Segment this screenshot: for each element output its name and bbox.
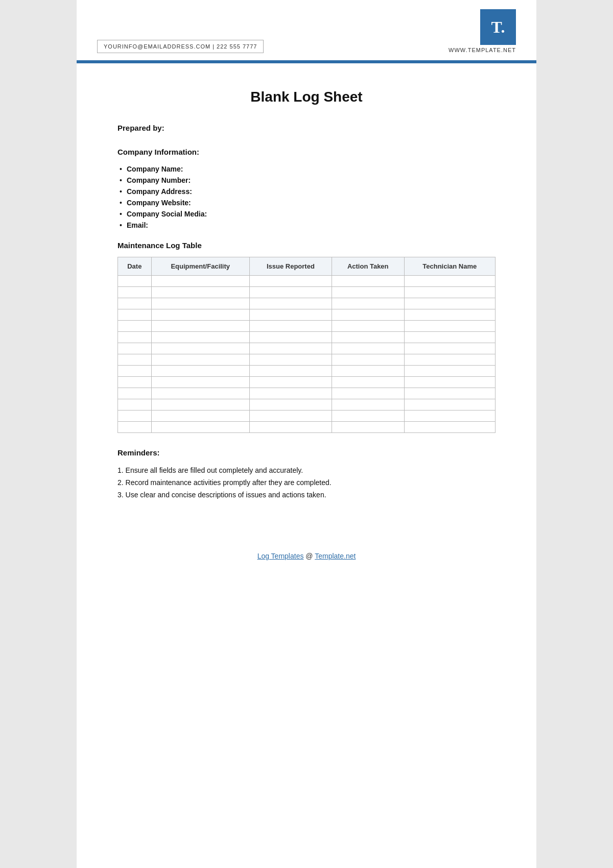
table-cell	[118, 309, 152, 321]
list-item: Company Address:	[117, 186, 496, 197]
list-item: Email:	[117, 220, 496, 231]
table-cell	[118, 276, 152, 287]
table-cell	[332, 332, 404, 343]
table-cell	[151, 399, 249, 411]
table-cell	[249, 422, 332, 433]
table-cell	[332, 422, 404, 433]
company-info-heading: Company Information:	[117, 148, 496, 156]
header: YOURINFO@EMAILADDRESS.COM | 222 555 7777…	[77, 0, 536, 53]
col-issue: Issue Reported	[249, 257, 332, 276]
table-cell	[249, 298, 332, 309]
table-row	[118, 276, 496, 287]
table-cell	[151, 354, 249, 366]
table-cell	[249, 388, 332, 399]
reminders-list: 1. Ensure all fields are filled out comp…	[117, 464, 496, 501]
table-row	[118, 377, 496, 388]
table-cell	[151, 309, 249, 321]
footer-separator: @	[305, 552, 315, 560]
table-cell	[151, 298, 249, 309]
table-cell	[249, 276, 332, 287]
table-cell	[118, 377, 152, 388]
table-cell	[118, 287, 152, 298]
table-cell	[332, 287, 404, 298]
list-item: Company Name:	[117, 163, 496, 175]
table-cell	[118, 411, 152, 422]
table-row	[118, 388, 496, 399]
table-row	[118, 411, 496, 422]
table-cell	[249, 321, 332, 332]
table-row	[118, 354, 496, 366]
table-cell	[249, 354, 332, 366]
logo-box: T.	[480, 9, 516, 45]
table-cell	[404, 276, 495, 287]
table-cell	[404, 399, 495, 411]
table-cell	[249, 399, 332, 411]
table-cell	[151, 377, 249, 388]
table-cell	[151, 411, 249, 422]
contact-info: YOURINFO@EMAILADDRESS.COM | 222 555 7777	[97, 40, 264, 53]
table-row	[118, 343, 496, 354]
reminder-item: 2. Record maintenance activities promptl…	[117, 476, 496, 489]
col-action: Action Taken	[332, 257, 404, 276]
table-cell	[151, 321, 249, 332]
table-cell	[249, 377, 332, 388]
table-cell	[404, 298, 495, 309]
table-cell	[151, 422, 249, 433]
table-cell	[332, 298, 404, 309]
table-cell	[118, 298, 152, 309]
table-cell	[151, 287, 249, 298]
table-cell	[249, 332, 332, 343]
table-cell	[404, 287, 495, 298]
table-cell	[332, 321, 404, 332]
field-label: Company Name:	[127, 165, 183, 173]
field-label: Company Website:	[127, 199, 191, 207]
company-fields-list: Company Name: Company Number: Company Ad…	[117, 163, 496, 231]
table-cell	[118, 388, 152, 399]
reminder-item: 3. Use clear and concise descriptions of…	[117, 489, 496, 501]
table-cell	[249, 343, 332, 354]
table-row	[118, 422, 496, 433]
header-website: WWW.TEMPLATE.NET	[449, 47, 516, 53]
table-cell	[249, 366, 332, 377]
main-content: Blank Log Sheet Prepared by: Company Inf…	[77, 63, 536, 542]
list-item: Company Website:	[117, 197, 496, 208]
table-cell	[249, 287, 332, 298]
maintenance-table-heading: Maintenance Log Table	[117, 241, 496, 250]
table-cell	[332, 399, 404, 411]
table-cell	[118, 399, 152, 411]
field-label: Company Number:	[127, 176, 191, 184]
table-cell	[332, 309, 404, 321]
footer: Log Templates @ Template.net	[77, 542, 536, 575]
col-date: Date	[118, 257, 152, 276]
table-cell	[249, 411, 332, 422]
table-cell	[249, 309, 332, 321]
col-equipment: Equipment/Facility	[151, 257, 249, 276]
prepared-by-label: Prepared by:	[117, 124, 496, 132]
logo-area: T. WWW.TEMPLATE.NET	[449, 9, 516, 53]
table-cell	[404, 332, 495, 343]
table-cell	[332, 388, 404, 399]
table-cell	[404, 321, 495, 332]
template-net-link[interactable]: Template.net	[315, 552, 356, 560]
table-row	[118, 366, 496, 377]
log-table: Date Equipment/Facility Issue Reported A…	[117, 257, 496, 433]
table-cell	[332, 276, 404, 287]
table-cell	[118, 321, 152, 332]
reminders-heading: Reminders:	[117, 448, 496, 457]
table-header-row: Date Equipment/Facility Issue Reported A…	[118, 257, 496, 276]
table-row	[118, 332, 496, 343]
table-cell	[151, 276, 249, 287]
table-cell	[151, 332, 249, 343]
table-cell	[404, 366, 495, 377]
table-cell	[118, 422, 152, 433]
reminder-item: 1. Ensure all fields are filled out comp…	[117, 464, 496, 476]
field-label: Email:	[127, 221, 148, 229]
field-label: Company Address:	[127, 187, 192, 196]
page: YOURINFO@EMAILADDRESS.COM | 222 555 7777…	[77, 0, 536, 868]
log-templates-link[interactable]: Log Templates	[257, 552, 304, 560]
footer-links: Log Templates @ Template.net	[77, 552, 536, 560]
table-row	[118, 309, 496, 321]
table-cell	[151, 343, 249, 354]
document-title: Blank Log Sheet	[117, 89, 496, 105]
table-row	[118, 321, 496, 332]
